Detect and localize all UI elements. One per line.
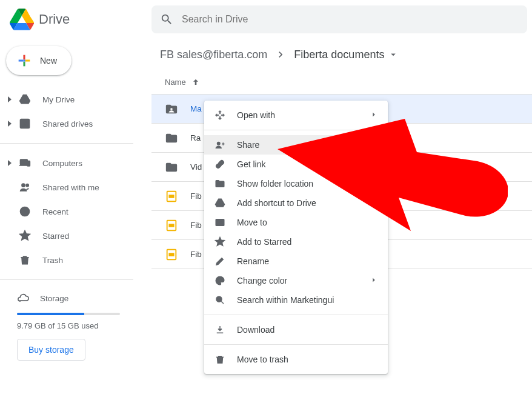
sidebar-item-label: Computers: [42, 159, 82, 168]
column-header-label: Name: [165, 78, 186, 87]
svg-rect-4: [27, 161, 30, 166]
ctx-change-color[interactable]: Change color: [204, 271, 388, 290]
sidebar-item-computers[interactable]: Computers: [0, 151, 151, 175]
svg-point-6: [26, 184, 28, 187]
search-icon: [214, 295, 226, 305]
context-menu: Open with Share Get link Show folder loc…: [204, 101, 388, 374]
ctx-label: Change color: [237, 276, 287, 285]
drive-logo-icon: [10, 7, 34, 32]
app-title: Drive: [39, 12, 70, 27]
ctx-share[interactable]: Share: [204, 135, 388, 155]
ctx-add-shortcut[interactable]: Add shortcut to Drive: [204, 193, 388, 213]
chevron-right-icon: [370, 276, 378, 286]
buy-storage-button[interactable]: Buy storage: [17, 339, 85, 361]
ctx-label: Rename: [237, 256, 269, 266]
link-icon: [214, 159, 226, 170]
sidebar: New My Drive Shared drives Computers Sha…: [0, 39, 151, 397]
file-name: Fib: [190, 250, 202, 259]
ctx-open-with[interactable]: Open with: [204, 105, 388, 125]
sidebar-item-recent[interactable]: Recent: [0, 199, 151, 224]
ctx-label: Move to trash: [237, 355, 288, 364]
expand-icon[interactable]: [6, 160, 13, 166]
sidebar-item-label: Starred: [42, 232, 69, 241]
search-input[interactable]: [182, 14, 519, 25]
ctx-move-to-trash[interactable]: Move to trash: [204, 350, 388, 369]
sidebar-item-shared-drives[interactable]: Shared drives: [0, 112, 151, 136]
storage-used-text: 9.79 GB of 15 GB used: [17, 321, 141, 330]
search-bar[interactable]: [151, 5, 527, 33]
ctx-move-to[interactable]: Move to: [204, 213, 388, 232]
sidebar-item-starred[interactable]: Starred: [0, 224, 151, 248]
slides-icon: [165, 190, 179, 203]
svg-point-15: [218, 142, 221, 145]
app-logo[interactable]: Drive: [0, 7, 151, 32]
ctx-rename[interactable]: Rename: [204, 252, 388, 271]
ctx-get-link[interactable]: Get link: [204, 155, 388, 174]
shared-drives-icon: [18, 118, 32, 130]
breadcrumb: FB sales@fiberta.com Fiberta documents: [151, 39, 532, 70]
svg-rect-10: [168, 195, 174, 198]
trash-icon: [214, 354, 226, 365]
svg-rect-14: [168, 253, 174, 256]
svg-point-20: [216, 296, 222, 302]
open-with-icon: [214, 110, 226, 121]
new-button-label: New: [40, 56, 57, 65]
ctx-separator: [204, 315, 388, 315]
file-name: Vid: [190, 162, 202, 172]
folder-outline-icon: [214, 178, 226, 189]
file-name: Fib: [190, 221, 202, 230]
share-icon: [214, 139, 226, 150]
cloud-icon: [17, 292, 29, 304]
chevron-right-icon: [274, 48, 287, 61]
storage-meter: [17, 313, 120, 315]
shared-with-me-icon: [18, 181, 32, 193]
ctx-label: Get link: [237, 159, 265, 169]
shortcut-icon: [214, 198, 226, 209]
ctx-add-starred[interactable]: Add to Starred: [204, 232, 388, 252]
folder-icon: [165, 161, 179, 174]
ctx-label: Add shortcut to Drive: [237, 198, 316, 208]
svg-point-17: [218, 280, 219, 281]
svg-point-19: [221, 278, 222, 279]
ctx-label: Download: [237, 325, 274, 335]
storage-meter-fill: [17, 313, 84, 315]
slides-icon: [165, 219, 179, 232]
search-icon: [160, 13, 173, 26]
sidebar-item-label: Shared with me: [42, 183, 99, 192]
sidebar-item-my-drive[interactable]: My Drive: [0, 87, 151, 112]
palette-icon: [214, 275, 226, 286]
svg-rect-0: [23, 59, 25, 61]
ctx-label: Search within Marketingui: [237, 295, 334, 305]
ctx-download[interactable]: Download: [204, 320, 388, 339]
download-icon: [214, 324, 226, 335]
file-name: Ma: [190, 104, 202, 113]
folder-icon: [165, 132, 179, 145]
sidebar-item-trash[interactable]: Trash: [0, 248, 151, 272]
new-button[interactable]: New: [6, 46, 71, 75]
breadcrumb-segment-current[interactable]: Fiberta documents: [290, 46, 402, 64]
computers-icon: [18, 157, 32, 169]
ctx-search-within[interactable]: Search within Marketingui: [204, 290, 388, 310]
sort-asc-icon: [191, 78, 201, 87]
sidebar-item-label: My Drive: [42, 95, 75, 104]
sidebar-item-shared-with-me[interactable]: Shared with me: [0, 175, 151, 199]
breadcrumb-segment[interactable]: FB sales@fiberta.com: [156, 46, 271, 64]
svg-rect-12: [168, 224, 174, 227]
starred-icon: [18, 230, 32, 242]
sidebar-item-label: Shared drives: [42, 119, 93, 128]
expand-icon[interactable]: [6, 121, 13, 127]
column-header-name[interactable]: Name: [151, 70, 532, 95]
sidebar-item-storage[interactable]: Storage: [17, 292, 141, 304]
file-name: Fib: [190, 192, 202, 201]
ctx-label: Share: [237, 140, 259, 150]
ctx-separator: [204, 344, 388, 345]
ctx-show-location[interactable]: Show folder location: [204, 174, 388, 193]
shared-folder-icon: [165, 102, 179, 116]
rename-icon: [214, 256, 226, 267]
svg-point-2: [24, 121, 26, 124]
expand-icon[interactable]: [6, 96, 13, 102]
storage-block: Storage 9.79 GB of 15 GB used Buy storag…: [0, 285, 151, 368]
move-icon: [214, 217, 226, 228]
svg-rect-3: [21, 159, 28, 164]
star-icon: [214, 236, 226, 247]
